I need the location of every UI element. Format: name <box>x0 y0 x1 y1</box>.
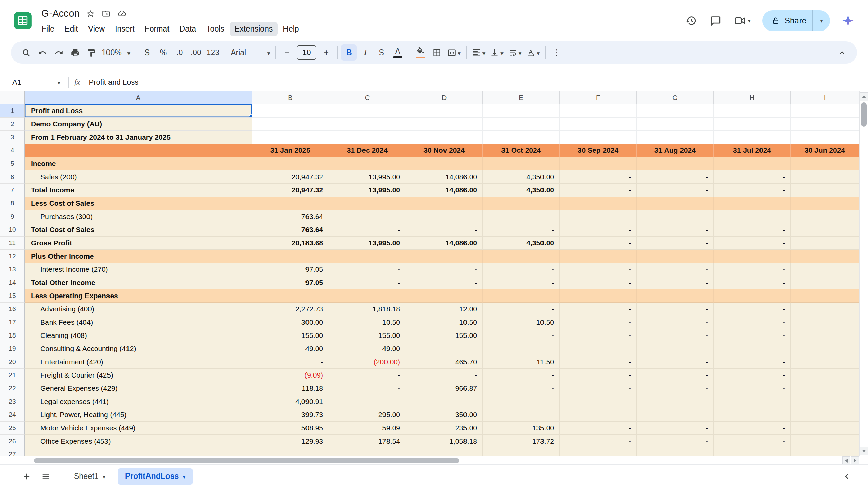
strikethrough-button[interactable]: S <box>374 44 389 61</box>
cell-B5[interactable] <box>252 157 329 170</box>
decrease-decimals-button[interactable]: .0 <box>172 44 188 61</box>
cell-F10[interactable]: - <box>560 223 637 237</box>
column-header-E[interactable]: E <box>483 92 560 104</box>
row-header-19[interactable]: 19 <box>0 342 25 355</box>
cell-A25[interactable]: Motor Vehicle Expenses (449) <box>25 422 252 435</box>
row-header-18[interactable]: 18 <box>0 329 25 342</box>
cell-H23[interactable]: - <box>714 395 791 408</box>
bold-button[interactable]: B <box>341 44 357 61</box>
cell-A12[interactable]: Plus Other Income <box>25 250 252 263</box>
cell-D8[interactable] <box>406 197 483 210</box>
row-header-7[interactable]: 7 <box>0 184 25 197</box>
column-header-I[interactable]: I <box>791 92 859 104</box>
search-menus-button[interactable] <box>18 44 34 61</box>
cell-D19[interactable]: - <box>406 342 483 355</box>
cell-H10[interactable]: - <box>714 223 791 237</box>
cell-E24[interactable]: - <box>483 408 560 422</box>
cell-F6[interactable]: - <box>560 170 637 184</box>
cell-F17[interactable]: - <box>560 316 637 329</box>
cell-I3[interactable] <box>791 131 859 144</box>
cell-B7[interactable]: 20,947.32 <box>252 184 329 197</box>
cell-F4[interactable]: 30 Sep 2024 <box>560 144 637 157</box>
cell-C1[interactable] <box>329 104 406 118</box>
cell-G10[interactable]: - <box>637 223 714 237</box>
cell-E22[interactable]: - <box>483 382 560 395</box>
cell-I19[interactable] <box>791 342 859 355</box>
cell-C19[interactable]: 49.00 <box>329 342 406 355</box>
cell-C5[interactable] <box>329 157 406 170</box>
cell-B23[interactable]: 4,090.91 <box>252 395 329 408</box>
cell-I13[interactable] <box>791 263 859 276</box>
cell-F7[interactable]: - <box>560 184 637 197</box>
cell-C20[interactable]: (200.00) <box>329 355 406 369</box>
cell-B13[interactable]: 97.05 <box>252 263 329 276</box>
cell-F13[interactable]: - <box>560 263 637 276</box>
column-header-C[interactable]: C <box>329 92 406 104</box>
cell-E15[interactable] <box>483 289 560 303</box>
row-header-10[interactable]: 10 <box>0 223 25 237</box>
cell-E13[interactable]: - <box>483 263 560 276</box>
cell-G3[interactable] <box>637 131 714 144</box>
cell-E25[interactable]: 135.00 <box>483 422 560 435</box>
cell-H12[interactable] <box>714 250 791 263</box>
cell-F1[interactable] <box>560 104 637 118</box>
cell-B8[interactable] <box>252 197 329 210</box>
cell-B24[interactable]: 399.73 <box>252 408 329 422</box>
cell-E5[interactable] <box>483 157 560 170</box>
cell-C17[interactable]: 10.50 <box>329 316 406 329</box>
cell-C8[interactable] <box>329 197 406 210</box>
cell-D23[interactable]: - <box>406 395 483 408</box>
cell-G2[interactable] <box>637 118 714 131</box>
cell-E10[interactable]: - <box>483 223 560 237</box>
row-header-24[interactable]: 24 <box>0 408 25 422</box>
cell-D4[interactable]: 30 Nov 2024 <box>406 144 483 157</box>
cell-I23[interactable] <box>791 395 859 408</box>
cell-H7[interactable]: - <box>714 184 791 197</box>
cell-D7[interactable]: 14,086.00 <box>406 184 483 197</box>
cell-I20[interactable] <box>791 355 859 369</box>
cell-B21[interactable]: (9.09) <box>252 369 329 382</box>
cell-B20[interactable]: - <box>252 355 329 369</box>
cell-F15[interactable] <box>560 289 637 303</box>
cell-A14[interactable]: Total Other Income <box>25 276 252 289</box>
cell-G22[interactable]: - <box>637 382 714 395</box>
cell-B6[interactable]: 20,947.32 <box>252 170 329 184</box>
cell-G13[interactable]: - <box>637 263 714 276</box>
redo-button[interactable] <box>51 44 66 61</box>
cell-D15[interactable] <box>406 289 483 303</box>
cell-H16[interactable]: - <box>714 303 791 316</box>
cell-I11[interactable] <box>791 237 859 250</box>
menu-edit[interactable]: Edit <box>59 22 83 36</box>
cell-H20[interactable]: - <box>714 355 791 369</box>
cell-F5[interactable] <box>560 157 637 170</box>
increase-decimals-button[interactable]: .00 <box>188 44 204 61</box>
cell-G23[interactable]: - <box>637 395 714 408</box>
cell-B9[interactable]: 763.64 <box>252 210 329 223</box>
cell-D24[interactable]: 350.00 <box>406 408 483 422</box>
cell-F3[interactable] <box>560 131 637 144</box>
cell-D10[interactable]: - <box>406 223 483 237</box>
cell-E19[interactable]: - <box>483 342 560 355</box>
share-dropdown[interactable] <box>812 10 830 31</box>
cell-F9[interactable]: - <box>560 210 637 223</box>
cell-H5[interactable] <box>714 157 791 170</box>
cell-H9[interactable]: - <box>714 210 791 223</box>
menu-tools[interactable]: Tools <box>201 22 230 36</box>
vertical-scroll-thumb[interactable] <box>861 102 867 127</box>
cell-E11[interactable]: 4,350.00 <box>483 237 560 250</box>
cell-A17[interactable]: Bank Fees (404) <box>25 316 252 329</box>
row-header-3[interactable]: 3 <box>0 131 25 144</box>
cell-E23[interactable]: - <box>483 395 560 408</box>
cell-D9[interactable]: - <box>406 210 483 223</box>
formula-input[interactable]: Profit and Loss <box>89 78 139 87</box>
cell-E1[interactable] <box>483 104 560 118</box>
cell-C9[interactable]: - <box>329 210 406 223</box>
cell-D25[interactable]: 235.00 <box>406 422 483 435</box>
sheet-tab-profitandloss[interactable]: ProfitAndLoss <box>118 468 193 485</box>
more-number-formats-button[interactable]: 123 <box>204 44 221 61</box>
text-wrap-button[interactable] <box>506 44 524 61</box>
cell-B22[interactable]: 118.18 <box>252 382 329 395</box>
cell-D2[interactable] <box>406 118 483 131</box>
cell-G8[interactable] <box>637 197 714 210</box>
row-header-14[interactable]: 14 <box>0 276 25 289</box>
